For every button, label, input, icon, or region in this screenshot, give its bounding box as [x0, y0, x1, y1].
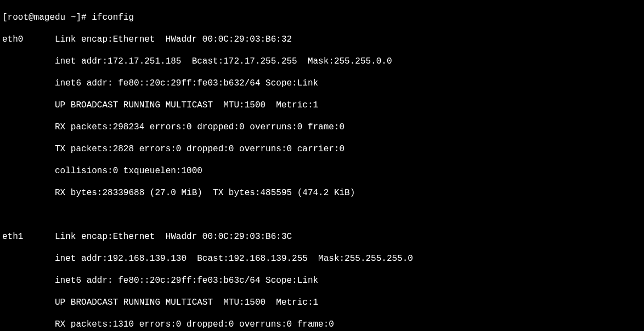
- iface-eth0-row: UP BROADCAST RUNNING MULTICAST MTU:1500 …: [2, 100, 642, 111]
- command-text: ifconfig: [92, 13, 134, 22]
- iface-line: RX packets:298234 errors:0 dropped:0 ove…: [55, 122, 344, 132]
- iface-eth0-row: collisions:0 txqueuelen:1000: [2, 166, 642, 176]
- shell-prompt: [root@magedu ~]#: [2, 13, 92, 22]
- indent: [23, 35, 55, 44]
- iface-eth0-row: RX packets:298234 errors:0 dropped:0 ove…: [2, 122, 642, 133]
- iface-eth0-header: eth0 Link encap:Ethernet HWaddr 00:0C:29…: [2, 34, 642, 45]
- iface-line: RX bytes:28339688 (27.0 MiB) TX bytes:48…: [55, 188, 355, 198]
- indent: [2, 122, 55, 132]
- indent: [2, 188, 55, 198]
- blank-line: [2, 209, 642, 220]
- iface-line: TX packets:2828 errors:0 dropped:0 overr…: [55, 144, 344, 154]
- iface-line: Link encap:Ethernet HWaddr 00:0C:29:03:B…: [55, 232, 292, 242]
- iface-eth0-row: inet addr:172.17.251.185 Bcast:172.17.25…: [2, 56, 642, 67]
- iface-line: inet addr:172.17.251.185 Bcast:172.17.25…: [55, 56, 392, 66]
- indent: [2, 254, 55, 264]
- iface-line: inet addr:192.168.139.130 Bcast:192.168.…: [55, 254, 413, 264]
- iface-name: eth0: [2, 35, 23, 44]
- indent: [2, 100, 55, 110]
- iface-line: UP BROADCAST RUNNING MULTICAST MTU:1500 …: [55, 298, 318, 307]
- iface-eth1-header: eth1 Link encap:Ethernet HWaddr 00:0C:29…: [2, 231, 642, 242]
- iface-eth0-row: inet6 addr: fe80::20c:29ff:fe03:b632/64 …: [2, 78, 642, 89]
- iface-name: eth1: [2, 232, 23, 242]
- indent: [2, 319, 55, 329]
- iface-eth0-row: RX bytes:28339688 (27.0 MiB) TX bytes:48…: [2, 187, 642, 198]
- iface-line: RX packets:1310 errors:0 dropped:0 overr…: [55, 319, 334, 329]
- iface-line: collisions:0 txqueuelen:1000: [55, 166, 202, 176]
- indent: [2, 144, 55, 154]
- iface-line: UP BROADCAST RUNNING MULTICAST MTU:1500 …: [55, 100, 318, 110]
- prompt-line-1: [root@magedu ~]# ifconfig: [2, 12, 642, 23]
- iface-line: inet6 addr: fe80::20c:29ff:fe03:b63c/64 …: [55, 276, 318, 286]
- iface-eth1-row: inet addr:192.168.139.130 Bcast:192.168.…: [2, 253, 642, 264]
- iface-eth1-row: RX packets:1310 errors:0 dropped:0 overr…: [2, 319, 642, 330]
- iface-line: Link encap:Ethernet HWaddr 00:0C:29:03:B…: [55, 35, 292, 44]
- indent: [2, 166, 55, 176]
- iface-eth1-row: inet6 addr: fe80::20c:29ff:fe03:b63c/64 …: [2, 275, 642, 286]
- indent: [2, 78, 55, 88]
- indent: [2, 56, 55, 66]
- iface-eth1-row: UP BROADCAST RUNNING MULTICAST MTU:1500 …: [2, 297, 642, 308]
- indent: [2, 298, 55, 307]
- indent: [23, 232, 55, 242]
- indent: [2, 276, 55, 286]
- terminal[interactable]: [root@magedu ~]# ifconfig eth0 Link enca…: [0, 0, 644, 331]
- iface-eth0-row: TX packets:2828 errors:0 dropped:0 overr…: [2, 144, 642, 155]
- iface-line: inet6 addr: fe80::20c:29ff:fe03:b632/64 …: [55, 78, 318, 88]
